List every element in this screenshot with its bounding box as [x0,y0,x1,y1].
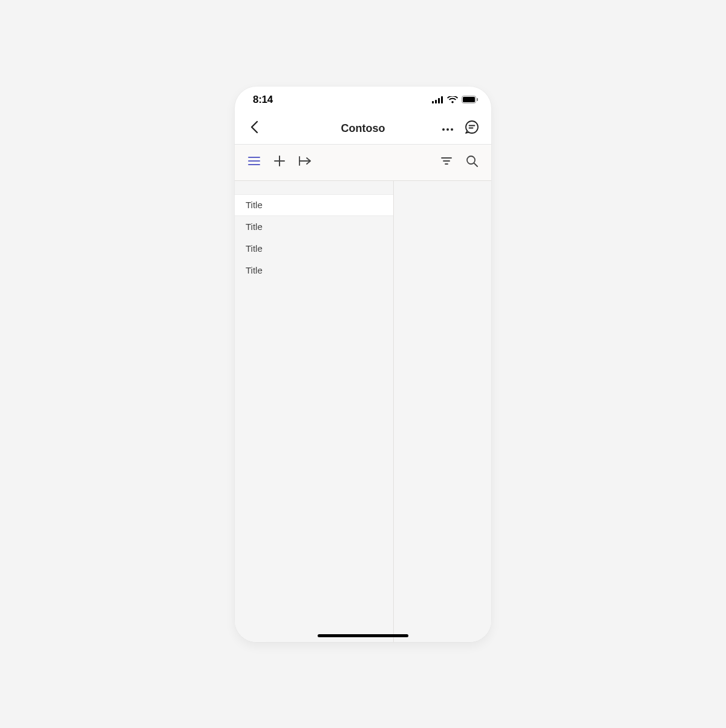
svg-rect-1 [435,100,437,103]
svg-point-9 [451,128,453,131]
svg-point-21 [467,156,475,164]
toolbar [235,145,491,181]
chat-bubble-icon [465,120,479,137]
plus-icon [274,156,285,169]
filter-button[interactable] [438,154,455,171]
list-item[interactable]: Title [235,238,393,260]
svg-rect-3 [441,96,443,103]
list-item-label: Title [246,200,263,210]
right-pane [394,181,491,642]
hamburger-button[interactable] [246,154,263,171]
export-right-icon [298,156,312,168]
svg-rect-2 [438,98,440,103]
svg-rect-5 [463,97,475,102]
status-time: 8:14 [253,94,273,106]
chat-button[interactable] [460,116,484,140]
list-item-label: Title [246,265,263,275]
battery-icon [462,96,478,103]
filter-icon [441,157,452,168]
svg-line-22 [474,163,477,166]
canvas: 8:14 Contoso [0,0,726,728]
list-item-label: Title [246,221,263,232]
svg-point-8 [446,128,449,131]
export-button[interactable] [296,154,313,171]
home-indicator[interactable] [318,634,408,637]
status-right [432,96,478,103]
cellular-icon [432,96,443,103]
left-pane: Title Title Title Title [235,181,394,642]
chevron-left-icon [250,120,258,136]
hamburger-icon [248,156,260,168]
list-item[interactable]: Title [235,194,393,216]
wifi-icon [447,96,458,103]
add-button[interactable] [271,154,288,171]
phone-frame: 8:14 Contoso [235,87,491,642]
more-button[interactable] [436,116,460,140]
list-item-label: Title [246,243,263,254]
search-button[interactable] [463,154,480,171]
more-horizontal-icon [442,123,454,134]
list-item[interactable]: Title [235,260,393,281]
svg-rect-6 [477,98,478,101]
app-header: Contoso [235,113,491,145]
svg-rect-0 [432,101,434,103]
back-button[interactable] [242,116,266,140]
svg-point-7 [442,128,445,131]
content-area: Title Title Title Title [235,181,491,642]
status-bar: 8:14 [235,87,491,113]
list-item[interactable]: Title [235,216,393,238]
search-icon [466,155,478,169]
